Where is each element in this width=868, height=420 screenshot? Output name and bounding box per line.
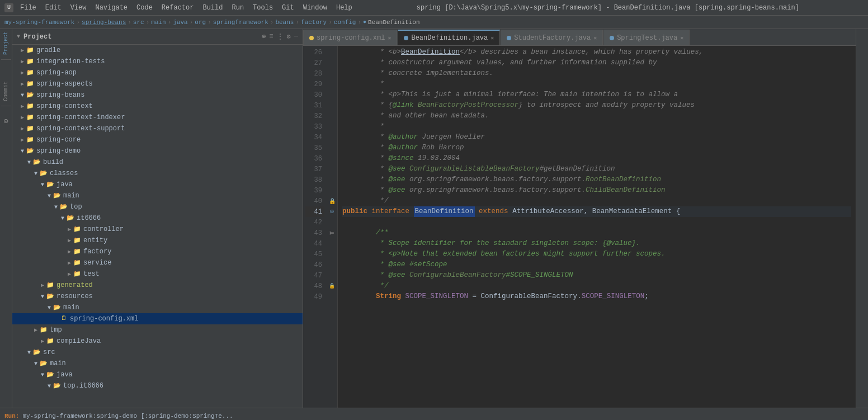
tree-item-gradle[interactable]: ▶ 📁 gradle: [12, 45, 303, 56]
tree-item-factory[interactable]: ▶ 📁 factory: [12, 246, 303, 257]
project-tree: ▶ 📁 gradle ▶ 📁 integration-tests ▶ 📁 spr…: [12, 45, 303, 408]
tree-item-top[interactable]: ▼ 📂 top: [12, 201, 303, 213]
tree-item-classes[interactable]: ▼ 📂 classes: [12, 168, 303, 179]
tree-item-entity[interactable]: ▶ 📁 entity: [12, 235, 303, 246]
menu-refactor[interactable]: Refactor: [162, 4, 194, 12]
project-dots-icon[interactable]: ⋮: [277, 32, 284, 41]
code-line-26: * <b>BeanDefinition</b> describes a bean…: [342, 47, 851, 58]
tree-item-build[interactable]: ▼ 📂 build: [12, 157, 303, 168]
tree-item-resources[interactable]: ▼ 📂 resources: [12, 291, 303, 302]
folder-icon-resources: 📂: [46, 292, 55, 300]
tree-arrow-it6666: ▼: [59, 215, 66, 221]
tab-bean-definition[interactable]: BeanDefinition.java ✕: [398, 30, 500, 45]
menu-view[interactable]: View: [70, 4, 87, 12]
menu-code[interactable]: Code: [136, 4, 153, 12]
run-text: my-spring-framework:spring-demo [:spring…: [22, 413, 233, 419]
tree-item-main-resources[interactable]: ▼ 📂 main: [12, 302, 303, 313]
tree-label-classes: classes: [50, 169, 78, 177]
tree-item-top-it6666[interactable]: ▼ 📂 top.it6666: [12, 380, 303, 391]
sidebar-icon-commit[interactable]: Commit: [3, 81, 9, 101]
tree-item-spring-aspects[interactable]: ▶ 📁 spring-aspects: [12, 78, 303, 89]
tree-item-controller[interactable]: ▶ 📁 controller: [12, 224, 303, 235]
tree-item-java[interactable]: ▼ 📂 java: [12, 179, 303, 190]
line-num-31: 31: [305, 100, 324, 111]
gutter-40: 🔒: [327, 196, 337, 206]
tab-close-springtest[interactable]: ✕: [680, 35, 683, 41]
project-title: Project: [23, 33, 51, 41]
tree-item-spring-config-xml[interactable]: ▶ 🗒 spring-config.xml: [12, 313, 303, 324]
menu-build[interactable]: Build: [202, 4, 223, 12]
tree-item-main-inner[interactable]: ▼ 📂 main: [12, 190, 303, 201]
breadcrumb-java[interactable]: java: [173, 19, 187, 26]
tree-arrow-top-it6666: ▼: [46, 383, 53, 389]
tree-label-top-it6666: top.it6666: [63, 382, 103, 390]
tab-close-config[interactable]: ✕: [388, 35, 391, 41]
line-num-39: 39: [305, 185, 324, 196]
tree-item-spring-beans[interactable]: ▼ 📂 spring-beans: [12, 89, 303, 101]
menu-edit[interactable]: Edit: [45, 4, 62, 12]
tree-item-spring-context-indexer[interactable]: ▶ 📁 spring-context-indexer: [12, 112, 303, 123]
code-line-28: * concrete implementations.: [342, 68, 851, 79]
tree-item-compile-java[interactable]: ▶ 📁 compileJava: [12, 336, 303, 347]
tree-item-integration-tests[interactable]: ▶ 📁 integration-tests: [12, 56, 303, 67]
menu-window[interactable]: Window: [303, 4, 327, 12]
menu-git[interactable]: Git: [282, 4, 294, 12]
tree-label-demo: spring-demo: [36, 147, 81, 155]
tree-item-generated[interactable]: ▶ 📁 generated: [12, 280, 303, 291]
folder-icon-test: 📁: [73, 270, 82, 278]
tree-item-tmp[interactable]: ▶ 📁 tmp: [12, 324, 303, 336]
code-editor[interactable]: 26 27 28 29 30 31 32 33 34 35 36 37 38 3…: [303, 46, 856, 408]
code-line-43: /**: [342, 228, 851, 238]
folder-icon-main-inner: 📂: [53, 192, 62, 200]
menu-run[interactable]: Run: [232, 4, 244, 12]
tree-label-service: service: [83, 259, 111, 267]
project-header: ▼ Project ⊕ ≡ ⋮ ⚙ —: [12, 29, 303, 45]
breadcrumb-main[interactable]: main: [151, 19, 166, 26]
code-line-36: * @since 19.03.2004: [342, 153, 851, 164]
tree-item-test[interactable]: ▶ 📁 test: [12, 268, 303, 280]
tab-close-bean[interactable]: ✕: [490, 35, 494, 41]
menu-file[interactable]: File: [20, 4, 36, 12]
tree-item-spring-demo[interactable]: ▼ 📂 spring-demo: [12, 145, 303, 157]
tree-item-src[interactable]: ▼ 📂 src: [12, 347, 303, 358]
project-actions: ⊕ ≡ ⋮ ⚙ —: [262, 32, 298, 41]
tab-spring-test[interactable]: SpringTest.java ✕: [603, 30, 690, 45]
tab-spring-config[interactable]: spring-config.xml ✕: [303, 30, 397, 45]
sidebar-icons: Project Commit ⊙: [0, 29, 12, 408]
project-close-icon[interactable]: —: [294, 32, 298, 41]
folder-icon-aspects: 📁: [26, 80, 35, 88]
menu-tools[interactable]: Tools: [253, 4, 273, 12]
sidebar-icon-more[interactable]: ⊙: [3, 116, 8, 126]
breadcrumb-beans[interactable]: beans: [275, 19, 294, 26]
breadcrumb-config[interactable]: config: [334, 19, 356, 26]
project-collapse-icon[interactable]: ≡: [269, 32, 273, 41]
breadcrumb-springframework[interactable]: springframework: [213, 19, 268, 26]
tree-item-spring-core[interactable]: ▶ 📁 spring-core: [12, 134, 303, 145]
code-line-39: * @see org.springframework.beans.factory…: [342, 185, 851, 196]
breadcrumb-org[interactable]: org: [195, 19, 206, 26]
breadcrumb-src[interactable]: src: [133, 19, 144, 26]
code-content[interactable]: * <b>BeanDefinition</b> describes a bean…: [338, 46, 856, 408]
tree-item-it6666[interactable]: ▼ 📂 it6666: [12, 213, 303, 224]
tab-close-student[interactable]: ✕: [593, 35, 597, 41]
folder-icon-integration: 📁: [26, 58, 35, 65]
project-dropdown-icon: ▼: [17, 34, 20, 40]
project-settings-icon[interactable]: ⚙: [287, 32, 291, 41]
sidebar-icon-project[interactable]: Project: [3, 31, 9, 55]
project-scope-icon[interactable]: ⊕: [262, 32, 266, 41]
breadcrumb-module[interactable]: spring-beans: [82, 19, 126, 26]
tab-student-factory[interactable]: StudentFactory.java ✕: [501, 30, 603, 45]
breadcrumb-factory[interactable]: factory: [301, 19, 327, 26]
editor-tabs: spring-config.xml ✕ BeanDefinition.java …: [303, 29, 856, 46]
window-title: spring [D:\Java\Spring5.x\my-spring-fram…: [352, 4, 864, 12]
tree-item-service[interactable]: ▶ 📁 service: [12, 257, 303, 268]
folder-icon-classes: 📂: [39, 169, 48, 177]
tree-item-src-java[interactable]: ▼ 📂 java: [12, 369, 303, 380]
tree-item-spring-aop[interactable]: ▶ 📁 spring-aop: [12, 67, 303, 78]
breadcrumb-project[interactable]: my-spring-framework: [4, 19, 74, 26]
tree-item-spring-context[interactable]: ▶ 📁 spring-context: [12, 101, 303, 112]
menu-navigate[interactable]: Navigate: [95, 4, 128, 12]
menu-help[interactable]: Help: [336, 4, 352, 12]
tree-item-src-main[interactable]: ▼ 📂 main: [12, 358, 303, 369]
tree-item-spring-context-support[interactable]: ▶ 📁 spring-context-support: [12, 123, 303, 134]
